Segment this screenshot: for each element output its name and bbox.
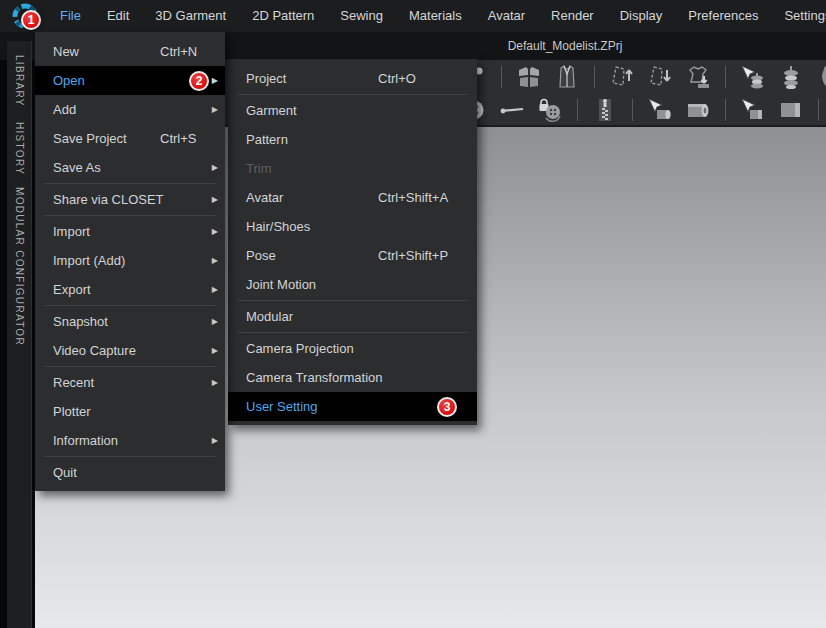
menu-item-label: Recent [53,375,94,390]
fabric-roll-icon[interactable] [685,97,711,123]
shirt-panels-icon[interactable] [516,64,542,90]
submenu-arrow-icon: ▶ [212,275,218,304]
submenu-item-modular[interactable]: Modular [228,302,477,331]
toolbar-divider [818,99,819,121]
submenu-item-joint-motion[interactable]: Joint Motion [228,270,477,299]
menu-item-snapshot[interactable]: Snapshot ▶ [35,307,225,336]
submenu-arrow-icon: ▶ [212,153,218,182]
menu-separator [238,94,467,95]
menu-item-open[interactable]: Open 2 ▶ [35,66,225,95]
submenu-item-project[interactable]: Project Ctrl+O [228,64,477,93]
menu-item-label: Pose [246,248,276,263]
menu-separator [238,300,467,301]
menubar-item-avatar[interactable]: Avatar [475,0,538,32]
menu-item-label: Information [53,433,118,448]
submenu-arrow-icon: ▶ [212,217,218,246]
sidebar-tab-history[interactable]: HISTORY [14,122,25,175]
step-badge-3: 3 [437,397,457,417]
submenu-item-pattern[interactable]: Pattern [228,125,477,154]
menu-item-new[interactable]: New Ctrl+N [35,37,225,66]
submenu-item-avatar[interactable]: Avatar Ctrl+Shift+A [228,183,477,212]
menubar-item-materials[interactable]: Materials [396,0,475,32]
menu-item-share-via-closet[interactable]: Share via CLOSET ▶ [35,185,225,214]
fabric-icon[interactable] [778,97,804,123]
menu-item-video-capture[interactable]: Video Capture ▶ [35,336,225,365]
menu-item-add[interactable]: Add ▶ [35,95,225,124]
menu-item-label: Camera Projection [246,341,354,356]
menu-item-import-add[interactable]: Import (Add) ▶ [35,246,225,275]
submenu-arrow-icon: ▶ [212,95,218,124]
menubar-item-3d-garment[interactable]: 3D Garment [142,0,239,32]
menu-item-save-project[interactable]: Save Project Ctrl+S [35,124,225,153]
menubar-item-preferences[interactable]: Preferences [675,0,771,32]
submenu-item-pose[interactable]: Pose Ctrl+Shift+P [228,241,477,270]
submenu-item-user-setting[interactable]: User Setting 3 [228,392,477,421]
menu-item-label: Trim [246,161,272,176]
menu-item-label: Avatar [246,190,283,205]
menu-item-quit[interactable]: Quit [35,458,225,487]
garment-load-icon[interactable] [685,64,711,90]
toolbar-divider [632,99,633,121]
menubar-item-file[interactable]: File [47,0,94,32]
menu-item-plotter[interactable]: Plotter [35,397,225,426]
menu-item-label: Video Capture [53,343,136,358]
menu-item-label: Import (Add) [53,253,125,268]
menu-item-label: New [53,44,79,59]
submenu-arrow-icon: ▶ [212,185,218,214]
cursor-dressform-icon[interactable] [740,64,766,90]
menubar-item-edit[interactable]: Edit [94,0,142,32]
submenu-arrow-icon: ▶ [212,66,218,95]
menu-item-label: Quit [53,465,77,480]
menu-item-label: Add [53,102,76,117]
menu-item-label: Hair/Shoes [246,219,310,234]
menu-item-label: Camera Transformation [246,370,383,385]
menu-item-information[interactable]: Information ▶ [35,426,225,455]
menubar-item-settings[interactable]: Settings [771,0,826,32]
submenu-item-camera-projection[interactable]: Camera Projection [228,334,477,363]
menu-item-label: Joint Motion [246,277,316,292]
menubar-item-display[interactable]: Display [607,0,676,32]
submenu-item-trim: Trim [228,154,477,183]
toolbar-divider [577,99,578,121]
menu-item-label: User Setting [246,399,318,414]
dressform-icon[interactable] [778,64,804,90]
menu-separator [45,305,215,306]
submenu-arrow-icon: ▶ [212,426,218,455]
stitch-icon[interactable] [499,97,525,123]
menu-separator [45,183,215,184]
step-badge-1: 1 [21,10,41,30]
menu-item-label: Export [53,282,91,297]
submenu-arrow-icon: ▶ [212,336,218,365]
mannequin-icon[interactable] [816,64,826,90]
menubar-item-render[interactable]: Render [538,0,607,32]
pattern-down-icon[interactable] [647,64,673,90]
file-menu: New Ctrl+N Open 2 ▶ Add ▶ Save Project C… [35,32,225,491]
menu-item-label: Save Project [53,131,127,146]
submenu-arrow-icon: ▶ [212,246,218,275]
menu-item-import[interactable]: Import ▶ [35,217,225,246]
cursor-roll-icon[interactable] [647,97,673,123]
sidebar-tab-modular-configurator[interactable]: MODULAR CONFIGURATOR [14,187,25,346]
vest-icon[interactable] [554,64,580,90]
menu-shortcut: Ctrl+Shift+A [378,190,448,205]
menu-item-label: Project [246,71,286,86]
cursor-fabric-icon[interactable] [740,97,766,123]
submenu-item-garment[interactable]: Garment [228,96,477,125]
menu-item-label: Import [53,224,90,239]
menu-item-save-as[interactable]: Save As ▶ [35,153,225,182]
zipper-icon[interactable] [592,97,618,123]
menu-item-recent[interactable]: Recent ▶ [35,368,225,397]
open-submenu: Project Ctrl+O Garment Pattern Trim Avat… [228,59,477,425]
menubar-item-sewing[interactable]: Sewing [327,0,396,32]
menu-item-export[interactable]: Export ▶ [35,275,225,304]
lock-button-icon[interactable] [537,97,563,123]
sidebar-tab-library[interactable]: LIBRARY [14,55,25,107]
document-title: Default_Modelist.ZPrj [460,32,670,60]
submenu-item-hair-shoes[interactable]: Hair/Shoes [228,212,477,241]
pattern-up-icon[interactable] [609,64,635,90]
menu-item-label: Share via CLOSET [53,192,164,207]
toolbar-divider [725,99,726,121]
submenu-item-camera-transformation[interactable]: Camera Transformation [228,363,477,392]
menubar-item-2d-pattern[interactable]: 2D Pattern [239,0,327,32]
toolbar-divider [594,66,595,88]
